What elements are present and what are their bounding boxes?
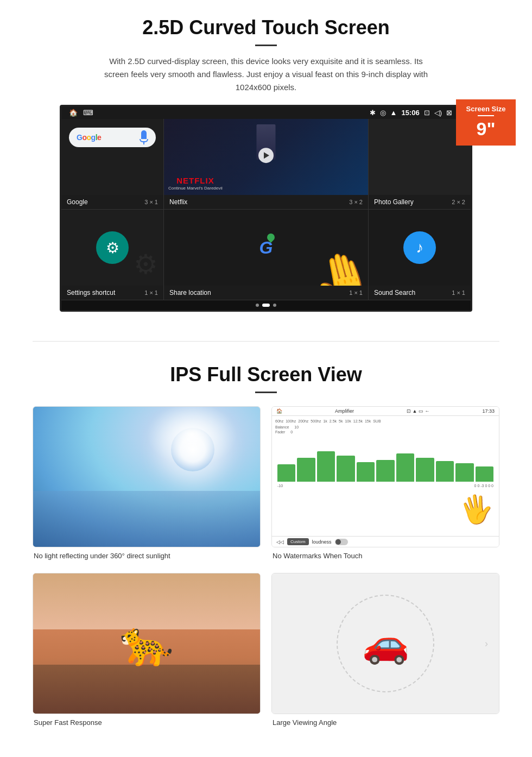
amp-body: 60hz 100hz 200hz 500hz 1k 2.5k 5k 10k 12… <box>272 416 499 536</box>
amp-right-icons: ⊡ ▲ ▭ ← <box>407 408 429 414</box>
maps-icon-container: G <box>259 238 273 258</box>
status-bar: 🏠 ⌨ ✱ ◎ ▲ 15:06 ⊡ ◁) ⊠ ▭ <box>61 106 471 119</box>
amp-val-spacer <box>288 484 468 488</box>
amplifier-bg: 🏠 Amplifier ⊡ ▲ ▭ ← 17:33 60hz 100hz 200… <box>272 407 499 547</box>
amp-hand-icon: 🖐 <box>457 491 496 528</box>
nav-dot-1[interactable] <box>256 304 259 307</box>
google-search-bar[interactable]: Google <box>69 128 156 147</box>
nav-dots <box>61 300 471 310</box>
loudness-toggle[interactable] <box>335 539 348 545</box>
nav-dot-3[interactable] <box>273 304 276 307</box>
badge-divider <box>478 115 494 116</box>
home-icon[interactable]: 🏠 <box>69 109 78 117</box>
amp-val-0s: 0 0 -3 0 0 0 <box>474 484 493 488</box>
play-triangle-icon <box>264 152 269 159</box>
google-app-name: Google <box>67 198 88 206</box>
settings-app-size: 1 × 1 <box>144 289 158 296</box>
feature-grid: No light reflecting under 360° direct su… <box>33 406 499 727</box>
app-cell-netflix[interactable]: NETFLIX Continue Marvel's Daredevil Netf… <box>164 119 369 209</box>
feature-caption-sunlight: No light reflecting under 360° direct su… <box>33 552 261 560</box>
sunlight-bg <box>33 407 260 547</box>
app-cell-share[interactable]: G 🤚 Share location 1 × 1 <box>164 210 369 300</box>
sound-label-row: Sound Search 1 × 1 <box>369 286 471 300</box>
feature-img-amplifier: 🏠 Amplifier ⊡ ▲ ▭ ← 17:33 60hz 100hz 200… <box>271 406 499 547</box>
amp-label-5k: 5k <box>339 419 343 423</box>
hand-touch-icon: 🤚 <box>306 243 368 286</box>
amp-balance-label: Balance <box>275 425 289 429</box>
amp-bottom-values: -10 0 0 -3 0 0 0 <box>275 484 496 488</box>
amp-label-12-5k: 12.5k <box>353 419 363 423</box>
sound-icon-circle: ♪ <box>403 231 436 264</box>
amp-freq-labels: 60hz 100hz 200hz 500hz 1k 2.5k 5k 10k 12… <box>275 418 496 424</box>
eq-bar-7 <box>396 453 414 482</box>
title-divider-2 <box>255 392 277 393</box>
volume-icon: ◁) <box>434 109 442 117</box>
eq-bar-2 <box>297 458 315 482</box>
amp-label-2-5k: 2.5k <box>330 419 337 423</box>
feature-img-car: 🚗 › <box>271 573 499 714</box>
amp-val--10: -10 <box>277 484 283 488</box>
badge-size: 9" <box>476 118 495 139</box>
section1-description: With 2.5D curved-display screen, this de… <box>98 55 434 94</box>
eq-bar-11 <box>476 466 493 482</box>
car-view-circle: 🚗 <box>337 595 434 692</box>
amp-fader-row: Fader 0 <box>275 430 496 434</box>
amp-label-10k: 10k <box>345 419 351 423</box>
title-divider <box>255 45 277 46</box>
section2-title: IPS Full Screen View <box>33 363 499 386</box>
app-cell-google[interactable]: Google Google 3 × 1 <box>61 119 164 209</box>
amp-time: 17:33 <box>482 408 495 414</box>
eq-bar-1 <box>277 464 295 482</box>
settings-app-name: Settings shortcut <box>67 289 115 297</box>
status-time: 15:06 <box>401 109 419 117</box>
camera-icon: ⊡ <box>424 109 430 117</box>
section1-title: 2.5D Curved Touch Screen <box>33 16 499 39</box>
amp-eq-bars <box>275 438 496 482</box>
bluetooth-icon: ✱ <box>370 109 376 117</box>
sound-app-size: 1 × 1 <box>452 289 465 296</box>
eq-bar-10 <box>455 463 473 482</box>
settings-label-row: Settings shortcut 1 × 1 <box>61 286 163 300</box>
app-cell-gallery[interactable]: Photo Gallery 2 × 2 <box>369 119 471 209</box>
amp-bottom-bar: ◁◁ Custom loudness <box>272 536 499 547</box>
bg-ghost: ⚙ <box>134 249 158 280</box>
gear-icon: ⚙ <box>106 239 119 257</box>
car-arrow-icon: › <box>485 638 488 649</box>
home-row-2: ⚙ ⚙ Settings shortcut 1 × 1 G <box>61 210 471 300</box>
amp-custom-btn[interactable]: Custom <box>287 538 309 545</box>
location-icon: ◎ <box>380 109 386 117</box>
mic-body <box>141 130 147 139</box>
play-button[interactable] <box>258 148 274 163</box>
status-right: ✱ ◎ ▲ 15:06 ⊡ ◁) ⊠ ▭ <box>370 109 463 117</box>
section-curved-touch: 2.5D Curved Touch Screen With 2.5D curve… <box>0 0 532 325</box>
netflix-label-row: Netflix 3 × 2 <box>164 195 368 209</box>
eq-bar-5 <box>357 462 375 482</box>
feature-img-cheetah: 🐆 <box>33 573 261 714</box>
amp-label-100: 100hz <box>286 419 296 423</box>
netflix-subtitle: Continue Marvel's Daredevil <box>168 186 223 191</box>
netflix-app-size: 3 × 2 <box>349 199 363 205</box>
amp-nav-arrows: ◁◁ <box>276 539 284 545</box>
gallery-thumb <box>369 119 471 195</box>
gallery-app-size: 2 × 2 <box>452 199 465 205</box>
amp-label-15k: 15k <box>365 419 371 423</box>
xbox-icon: ⊠ <box>446 109 452 117</box>
share-thumb: G 🤚 <box>164 210 368 286</box>
badge-label: Screen Size <box>460 105 511 113</box>
sound-app-name: Sound Search <box>374 289 415 297</box>
feature-amplifier: 🏠 Amplifier ⊡ ▲ ▭ ← 17:33 60hz 100hz 200… <box>271 406 499 560</box>
amp-label-500: 500hz <box>311 419 321 423</box>
amp-zero: 0 <box>290 430 293 434</box>
share-label-row: Share location 1 × 1 <box>164 286 368 300</box>
feature-sunlight: No light reflecting under 360° direct su… <box>33 406 261 560</box>
usb-icon: ⌨ <box>83 109 93 117</box>
eq-bar-4 <box>337 456 354 482</box>
feature-car: 🚗 › Large Viewing Angle <box>271 573 499 727</box>
nav-dot-2[interactable] <box>262 304 270 307</box>
sound-thumb: ♪ <box>369 210 471 286</box>
feature-img-sunlight <box>33 406 261 547</box>
app-cell-settings[interactable]: ⚙ ⚙ Settings shortcut 1 × 1 <box>61 210 164 300</box>
amp-balance-row: Balance 10 <box>275 425 496 429</box>
sunlight-bottom-gradient <box>33 491 260 547</box>
app-cell-sound[interactable]: ♪ Sound Search 1 × 1 <box>369 210 471 300</box>
